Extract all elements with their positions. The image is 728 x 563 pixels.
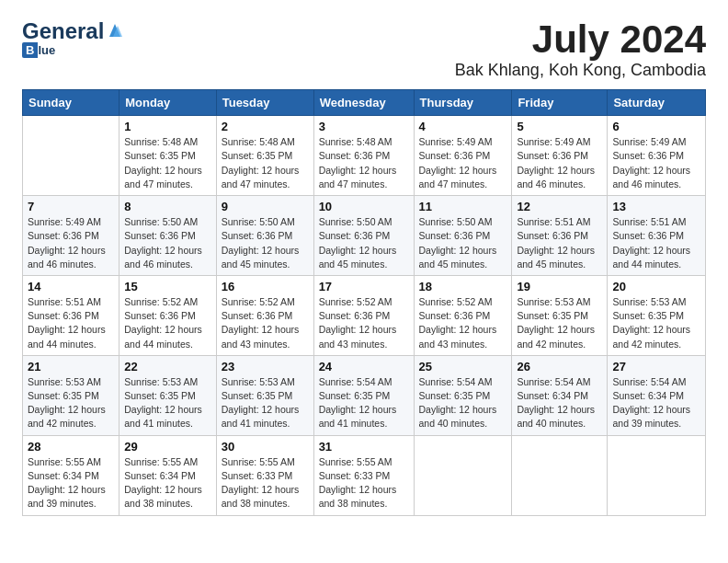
day-number: 18 (419, 280, 507, 293)
table-cell: 15Sunrise: 5:52 AM Sunset: 6:36 PM Dayli… (119, 275, 217, 355)
header-tuesday: Tuesday (216, 90, 313, 116)
day-info: Sunrise: 5:53 AM Sunset: 6:35 PM Dayligh… (612, 295, 700, 351)
table-cell: 26Sunrise: 5:54 AM Sunset: 6:34 PM Dayli… (512, 355, 608, 435)
logo: General B lue (22, 18, 123, 58)
day-info: Sunrise: 5:55 AM Sunset: 6:34 PM Dayligh… (28, 455, 114, 511)
table-cell: 8Sunrise: 5:50 AM Sunset: 6:36 PM Daylig… (119, 196, 217, 276)
day-number: 27 (612, 360, 700, 373)
table-cell: 18Sunrise: 5:52 AM Sunset: 6:36 PM Dayli… (414, 275, 512, 355)
table-cell: 17Sunrise: 5:52 AM Sunset: 6:36 PM Dayli… (313, 275, 414, 355)
title-area: July 2024 Bak Khlang, Koh Kong, Cambodia (455, 18, 706, 80)
day-number: 9 (222, 200, 309, 213)
day-info: Sunrise: 5:49 AM Sunset: 6:36 PM Dayligh… (28, 215, 114, 271)
day-info: Sunrise: 5:50 AM Sunset: 6:36 PM Dayligh… (124, 215, 211, 271)
table-cell (414, 435, 512, 515)
day-info: Sunrise: 5:48 AM Sunset: 6:35 PM Dayligh… (124, 135, 211, 191)
day-number: 20 (612, 280, 700, 293)
week-row-4: 21Sunrise: 5:53 AM Sunset: 6:35 PM Dayli… (23, 355, 706, 435)
table-cell: 1Sunrise: 5:48 AM Sunset: 6:35 PM Daylig… (119, 116, 217, 196)
table-cell: 14Sunrise: 5:51 AM Sunset: 6:36 PM Dayli… (23, 275, 119, 355)
day-number: 7 (28, 200, 114, 213)
day-number: 26 (517, 360, 602, 373)
day-info: Sunrise: 5:50 AM Sunset: 6:36 PM Dayligh… (419, 215, 507, 271)
day-info: Sunrise: 5:54 AM Sunset: 6:35 PM Dayligh… (419, 375, 507, 431)
day-number: 19 (517, 280, 602, 293)
logo-blue-b: B (22, 42, 38, 58)
day-info: Sunrise: 5:54 AM Sunset: 6:35 PM Dayligh… (319, 375, 409, 431)
location-subtitle: Bak Khlang, Koh Kong, Cambodia (455, 61, 706, 80)
header: General B lue July 2024 Bak Khlang, Koh … (22, 18, 706, 80)
day-number: 2 (222, 120, 309, 133)
table-cell: 23Sunrise: 5:53 AM Sunset: 6:35 PM Dayli… (216, 355, 313, 435)
table-cell: 6Sunrise: 5:49 AM Sunset: 6:36 PM Daylig… (608, 116, 706, 196)
day-number: 24 (319, 360, 409, 373)
day-info: Sunrise: 5:50 AM Sunset: 6:36 PM Dayligh… (319, 215, 409, 271)
day-info: Sunrise: 5:53 AM Sunset: 6:35 PM Dayligh… (517, 295, 602, 351)
day-number: 17 (319, 280, 409, 293)
day-number: 16 (222, 280, 309, 293)
calendar-table: Sunday Monday Tuesday Wednesday Thursday… (22, 89, 706, 515)
day-info: Sunrise: 5:50 AM Sunset: 6:36 PM Dayligh… (222, 215, 309, 271)
day-number: 1 (124, 120, 211, 133)
table-cell: 19Sunrise: 5:53 AM Sunset: 6:35 PM Dayli… (512, 275, 608, 355)
day-info: Sunrise: 5:52 AM Sunset: 6:36 PM Dayligh… (419, 295, 507, 351)
table-cell: 21Sunrise: 5:53 AM Sunset: 6:35 PM Dayli… (23, 355, 119, 435)
day-info: Sunrise: 5:54 AM Sunset: 6:34 PM Dayligh… (517, 375, 602, 431)
day-info: Sunrise: 5:55 AM Sunset: 6:33 PM Dayligh… (222, 455, 309, 511)
table-cell (23, 116, 119, 196)
page-container: General B lue July 2024 Bak Khlang, Koh … (22, 18, 706, 516)
table-cell: 7Sunrise: 5:49 AM Sunset: 6:36 PM Daylig… (23, 196, 119, 276)
day-info: Sunrise: 5:51 AM Sunset: 6:36 PM Dayligh… (612, 215, 700, 271)
table-cell: 4Sunrise: 5:49 AM Sunset: 6:36 PM Daylig… (414, 116, 512, 196)
table-cell: 30Sunrise: 5:55 AM Sunset: 6:33 PM Dayli… (216, 435, 313, 515)
header-monday: Monday (119, 90, 217, 116)
day-info: Sunrise: 5:53 AM Sunset: 6:35 PM Dayligh… (222, 375, 309, 431)
day-info: Sunrise: 5:55 AM Sunset: 6:34 PM Dayligh… (124, 455, 211, 511)
table-cell: 27Sunrise: 5:54 AM Sunset: 6:34 PM Dayli… (608, 355, 706, 435)
day-number: 15 (124, 280, 211, 293)
table-cell: 16Sunrise: 5:52 AM Sunset: 6:36 PM Dayli… (216, 275, 313, 355)
day-number: 10 (319, 200, 409, 213)
header-friday: Friday (512, 90, 608, 116)
table-cell (608, 435, 706, 515)
table-cell: 11Sunrise: 5:50 AM Sunset: 6:36 PM Dayli… (414, 196, 512, 276)
day-number: 14 (28, 280, 114, 293)
day-number: 30 (222, 440, 309, 454)
table-cell: 3Sunrise: 5:48 AM Sunset: 6:36 PM Daylig… (313, 116, 414, 196)
day-info: Sunrise: 5:52 AM Sunset: 6:36 PM Dayligh… (124, 295, 211, 351)
day-number: 4 (419, 120, 507, 133)
day-info: Sunrise: 5:49 AM Sunset: 6:36 PM Dayligh… (612, 135, 700, 191)
table-cell: 2Sunrise: 5:48 AM Sunset: 6:35 PM Daylig… (216, 116, 313, 196)
header-thursday: Thursday (414, 90, 512, 116)
day-info: Sunrise: 5:53 AM Sunset: 6:35 PM Dayligh… (124, 375, 211, 431)
week-row-1: 1Sunrise: 5:48 AM Sunset: 6:35 PM Daylig… (23, 116, 706, 196)
calendar-header-row: Sunday Monday Tuesday Wednesday Thursday… (23, 90, 706, 116)
day-number: 28 (28, 440, 114, 454)
day-number: 8 (124, 200, 211, 213)
day-number: 12 (517, 200, 602, 213)
day-number: 22 (124, 360, 211, 373)
header-wednesday: Wednesday (313, 90, 414, 116)
table-cell: 25Sunrise: 5:54 AM Sunset: 6:35 PM Dayli… (414, 355, 512, 435)
day-number: 23 (222, 360, 309, 373)
table-cell: 29Sunrise: 5:55 AM Sunset: 6:34 PM Dayli… (119, 435, 217, 515)
table-cell: 20Sunrise: 5:53 AM Sunset: 6:35 PM Dayli… (608, 275, 706, 355)
day-number: 11 (419, 200, 507, 213)
table-cell: 22Sunrise: 5:53 AM Sunset: 6:35 PM Dayli… (119, 355, 217, 435)
header-sunday: Sunday (23, 90, 119, 116)
week-row-5: 28Sunrise: 5:55 AM Sunset: 6:34 PM Dayli… (23, 435, 706, 515)
month-year-title: July 2024 (455, 18, 706, 61)
week-row-3: 14Sunrise: 5:51 AM Sunset: 6:36 PM Dayli… (23, 275, 706, 355)
table-cell: 28Sunrise: 5:55 AM Sunset: 6:34 PM Dayli… (23, 435, 119, 515)
day-info: Sunrise: 5:55 AM Sunset: 6:33 PM Dayligh… (319, 455, 409, 511)
day-info: Sunrise: 5:51 AM Sunset: 6:36 PM Dayligh… (28, 295, 114, 351)
logo-general-text: General (22, 18, 104, 44)
table-cell: 13Sunrise: 5:51 AM Sunset: 6:36 PM Dayli… (608, 196, 706, 276)
day-info: Sunrise: 5:52 AM Sunset: 6:36 PM Dayligh… (319, 295, 409, 351)
day-number: 6 (612, 120, 700, 133)
day-number: 5 (517, 120, 602, 133)
table-cell: 9Sunrise: 5:50 AM Sunset: 6:36 PM Daylig… (216, 196, 313, 276)
logo-triangle-icon (107, 20, 123, 42)
day-info: Sunrise: 5:49 AM Sunset: 6:36 PM Dayligh… (517, 135, 602, 191)
table-cell: 10Sunrise: 5:50 AM Sunset: 6:36 PM Dayli… (313, 196, 414, 276)
